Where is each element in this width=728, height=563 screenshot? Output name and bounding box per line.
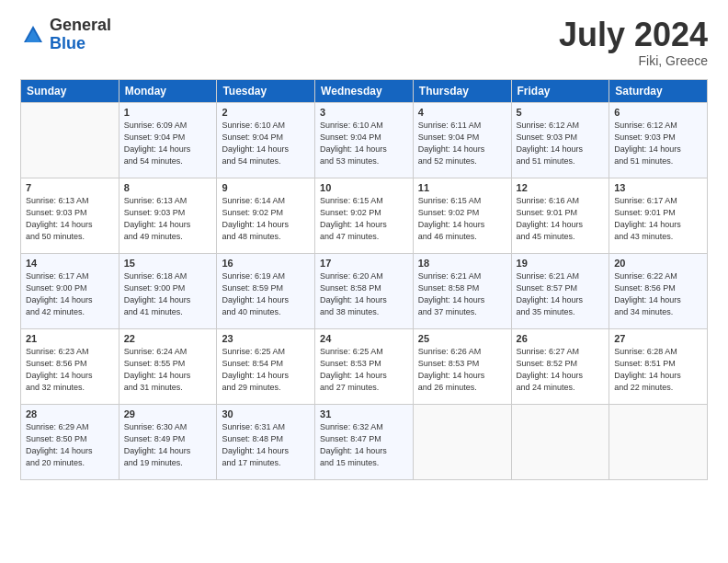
day-number: 19 [517, 258, 605, 269]
day-info: Sunrise: 6:13 AM Sunset: 9:03 PM Dayligh… [124, 195, 212, 243]
day-number: 30 [222, 408, 310, 419]
day-number: 24 [320, 333, 408, 344]
calendar-cell: 20Sunrise: 6:22 AM Sunset: 8:56 PM Dayli… [609, 253, 708, 328]
calendar-cell: 17Sunrise: 6:20 AM Sunset: 8:58 PM Dayli… [315, 253, 414, 328]
calendar-cell [413, 404, 511, 479]
dow-header: Sunday [21, 79, 119, 102]
day-number: 25 [418, 333, 506, 344]
day-number: 26 [517, 333, 605, 344]
day-number: 12 [517, 182, 605, 193]
dow-header: Monday [119, 79, 217, 102]
page: General Blue July 2024 Fiki, Greece Sund… [0, 0, 728, 493]
day-info: Sunrise: 6:29 AM Sunset: 8:50 PM Dayligh… [26, 421, 114, 469]
day-number: 28 [26, 408, 114, 419]
calendar-cell: 2Sunrise: 6:10 AM Sunset: 9:04 PM Daylig… [217, 102, 315, 178]
calendar-cell: 28Sunrise: 6:29 AM Sunset: 8:50 PM Dayli… [21, 404, 119, 479]
month-title: July 2024 [559, 17, 708, 53]
day-info: Sunrise: 6:30 AM Sunset: 8:49 PM Dayligh… [124, 421, 212, 469]
day-number: 14 [26, 258, 114, 269]
calendar-cell: 22Sunrise: 6:24 AM Sunset: 8:55 PM Dayli… [119, 328, 217, 404]
day-number: 9 [222, 182, 310, 193]
day-number: 20 [614, 258, 702, 269]
day-info: Sunrise: 6:21 AM Sunset: 8:58 PM Dayligh… [418, 270, 506, 318]
day-info: Sunrise: 6:16 AM Sunset: 9:01 PM Dayligh… [517, 195, 605, 243]
day-info: Sunrise: 6:19 AM Sunset: 8:59 PM Dayligh… [222, 270, 310, 318]
dow-header: Friday [511, 79, 609, 102]
logo: General Blue [20, 17, 111, 53]
day-number: 1 [124, 107, 212, 118]
day-number: 29 [124, 408, 212, 419]
day-number: 15 [124, 258, 212, 269]
calendar-cell: 14Sunrise: 6:17 AM Sunset: 9:00 PM Dayli… [21, 253, 119, 328]
day-info: Sunrise: 6:32 AM Sunset: 8:47 PM Dayligh… [320, 421, 408, 469]
day-info: Sunrise: 6:25 AM Sunset: 8:53 PM Dayligh… [320, 346, 408, 394]
day-number: 16 [222, 258, 310, 269]
day-info: Sunrise: 6:20 AM Sunset: 8:58 PM Dayligh… [320, 270, 408, 318]
day-number: 11 [418, 182, 506, 193]
day-number: 13 [614, 182, 702, 193]
day-info: Sunrise: 6:12 AM Sunset: 9:03 PM Dayligh… [517, 120, 605, 167]
day-number: 17 [320, 258, 408, 269]
calendar-cell: 8Sunrise: 6:13 AM Sunset: 9:03 PM Daylig… [119, 178, 217, 253]
day-number: 22 [124, 333, 212, 344]
calendar-cell: 18Sunrise: 6:21 AM Sunset: 8:58 PM Dayli… [413, 253, 511, 328]
title-block: July 2024 Fiki, Greece [559, 17, 708, 68]
day-number: 21 [26, 333, 114, 344]
calendar-cell: 15Sunrise: 6:18 AM Sunset: 9:00 PM Dayli… [119, 253, 217, 328]
day-info: Sunrise: 6:25 AM Sunset: 8:54 PM Dayligh… [222, 346, 310, 394]
day-number: 3 [320, 107, 408, 118]
header: General Blue July 2024 Fiki, Greece [20, 17, 708, 68]
day-number: 18 [418, 258, 506, 269]
day-info: Sunrise: 6:21 AM Sunset: 8:57 PM Dayligh… [517, 270, 605, 318]
calendar-cell [21, 102, 119, 178]
day-info: Sunrise: 6:11 AM Sunset: 9:04 PM Dayligh… [418, 120, 506, 167]
day-number: 8 [124, 182, 212, 193]
dow-header: Saturday [609, 79, 708, 102]
day-info: Sunrise: 6:15 AM Sunset: 9:02 PM Dayligh… [418, 195, 506, 243]
calendar-cell: 13Sunrise: 6:17 AM Sunset: 9:01 PM Dayli… [609, 178, 708, 253]
calendar-cell: 1Sunrise: 6:09 AM Sunset: 9:04 PM Daylig… [119, 102, 217, 178]
day-number: 4 [418, 107, 506, 118]
day-info: Sunrise: 6:14 AM Sunset: 9:02 PM Dayligh… [222, 195, 310, 243]
calendar-cell: 5Sunrise: 6:12 AM Sunset: 9:03 PM Daylig… [511, 102, 609, 178]
calendar-cell: 26Sunrise: 6:27 AM Sunset: 8:52 PM Dayli… [511, 328, 609, 404]
calendar-cell: 19Sunrise: 6:21 AM Sunset: 8:57 PM Dayli… [511, 253, 609, 328]
calendar-cell: 9Sunrise: 6:14 AM Sunset: 9:02 PM Daylig… [217, 178, 315, 253]
day-info: Sunrise: 6:17 AM Sunset: 9:01 PM Dayligh… [614, 195, 702, 243]
calendar-cell [609, 404, 708, 479]
day-info: Sunrise: 6:09 AM Sunset: 9:04 PM Dayligh… [124, 120, 212, 167]
calendar-cell: 30Sunrise: 6:31 AM Sunset: 8:48 PM Dayli… [217, 404, 315, 479]
day-number: 10 [320, 182, 408, 193]
day-number: 2 [222, 107, 310, 118]
calendar-cell: 24Sunrise: 6:25 AM Sunset: 8:53 PM Dayli… [315, 328, 414, 404]
calendar-cell: 27Sunrise: 6:28 AM Sunset: 8:51 PM Dayli… [609, 328, 708, 404]
calendar-cell: 4Sunrise: 6:11 AM Sunset: 9:04 PM Daylig… [413, 102, 511, 178]
logo-icon [20, 22, 46, 48]
day-info: Sunrise: 6:13 AM Sunset: 9:03 PM Dayligh… [26, 195, 114, 243]
calendar-table: SundayMondayTuesdayWednesdayThursdayFrid… [20, 79, 708, 480]
day-info: Sunrise: 6:18 AM Sunset: 9:00 PM Dayligh… [124, 270, 212, 318]
day-number: 5 [517, 107, 605, 118]
day-info: Sunrise: 6:28 AM Sunset: 8:51 PM Dayligh… [614, 346, 702, 394]
calendar-cell: 6Sunrise: 6:12 AM Sunset: 9:03 PM Daylig… [609, 102, 708, 178]
day-info: Sunrise: 6:24 AM Sunset: 8:55 PM Dayligh… [124, 346, 212, 394]
calendar-cell [511, 404, 609, 479]
calendar-cell: 29Sunrise: 6:30 AM Sunset: 8:49 PM Dayli… [119, 404, 217, 479]
day-info: Sunrise: 6:17 AM Sunset: 9:00 PM Dayligh… [26, 270, 114, 318]
day-number: 31 [320, 408, 408, 419]
day-info: Sunrise: 6:10 AM Sunset: 9:04 PM Dayligh… [222, 120, 310, 167]
calendar-cell: 3Sunrise: 6:10 AM Sunset: 9:04 PM Daylig… [315, 102, 414, 178]
calendar-cell: 12Sunrise: 6:16 AM Sunset: 9:01 PM Dayli… [511, 178, 609, 253]
calendar-cell: 16Sunrise: 6:19 AM Sunset: 8:59 PM Dayli… [217, 253, 315, 328]
calendar-cell: 11Sunrise: 6:15 AM Sunset: 9:02 PM Dayli… [413, 178, 511, 253]
dow-header: Wednesday [315, 79, 414, 102]
day-info: Sunrise: 6:27 AM Sunset: 8:52 PM Dayligh… [517, 346, 605, 394]
day-info: Sunrise: 6:15 AM Sunset: 9:02 PM Dayligh… [320, 195, 408, 243]
calendar-cell: 25Sunrise: 6:26 AM Sunset: 8:53 PM Dayli… [413, 328, 511, 404]
dow-header: Thursday [413, 79, 511, 102]
calendar-cell: 23Sunrise: 6:25 AM Sunset: 8:54 PM Dayli… [217, 328, 315, 404]
day-info: Sunrise: 6:26 AM Sunset: 8:53 PM Dayligh… [418, 346, 506, 394]
calendar-cell: 10Sunrise: 6:15 AM Sunset: 9:02 PM Dayli… [315, 178, 414, 253]
calendar-cell: 21Sunrise: 6:23 AM Sunset: 8:56 PM Dayli… [21, 328, 119, 404]
logo-blue: Blue [50, 35, 111, 53]
